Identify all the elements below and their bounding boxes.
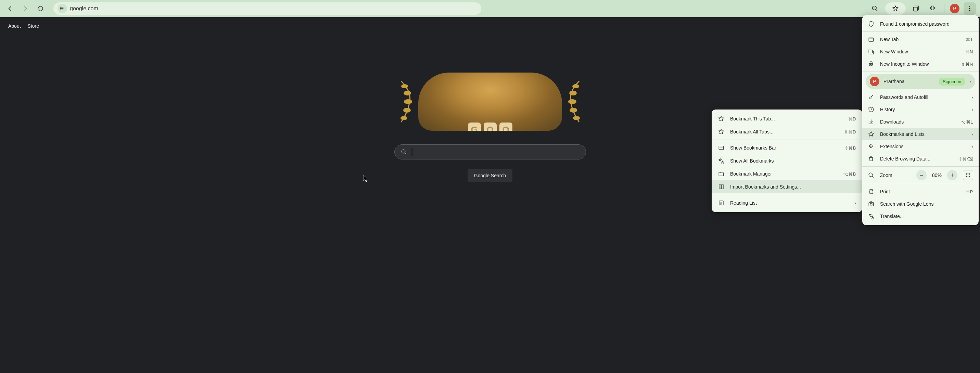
reload-button[interactable] — [34, 2, 46, 15]
tab-icon — [868, 36, 875, 43]
zoom-value: 80% — [930, 173, 944, 178]
new-incognito-item[interactable]: New Incognito Window ⇧⌘N — [862, 58, 978, 70]
translate-item[interactable]: Translate... — [862, 210, 978, 222]
svg-point-16 — [570, 108, 577, 113]
svg-rect-19 — [719, 146, 724, 150]
toolbar-right: P — [869, 2, 976, 15]
book-icon — [718, 183, 725, 190]
menu-divider — [862, 184, 978, 184]
download-icon — [868, 118, 875, 125]
svg-point-5 — [969, 6, 970, 7]
tabs-overview-icon[interactable] — [910, 2, 922, 15]
chevron-right-icon: › — [854, 200, 856, 206]
star-multi-icon — [718, 129, 725, 135]
svg-point-12 — [401, 116, 407, 120]
svg-point-7 — [969, 10, 970, 11]
bookmark-all-tabs-item[interactable]: Bookmark All Tabs... ⇧⌘D — [712, 125, 862, 138]
svg-rect-22 — [869, 50, 872, 53]
history-item[interactable]: History › — [862, 103, 978, 116]
svg-point-17 — [573, 116, 580, 120]
bookmark-this-tab-item[interactable]: Bookmark This Tab... ⌘D — [712, 112, 862, 125]
url-text: google.com — [70, 5, 98, 12]
svg-rect-21 — [869, 38, 873, 42]
profile-item[interactable]: P Prarthana Signed in › — [865, 74, 975, 89]
svg-point-27 — [870, 203, 872, 205]
doodle-letter: G — [468, 122, 481, 131]
page-top-links: About Store — [0, 17, 980, 35]
browser-toolbar: google.com P — [0, 0, 980, 17]
zoom-out-button[interactable]: − — [916, 170, 927, 180]
passwords-item[interactable]: Passwords and Autofill › — [862, 91, 978, 103]
bookmarks-lists-item[interactable]: Bookmarks and Lists › — [862, 128, 978, 140]
svg-point-8 — [401, 84, 408, 88]
zoom-icon — [868, 172, 875, 179]
zoom-out-icon[interactable] — [869, 2, 881, 15]
lens-icon — [868, 200, 875, 207]
search-input[interactable] — [417, 149, 579, 155]
chrome-menu: Found 1 compromised password New Tab ⌘T … — [862, 15, 978, 225]
search-box[interactable] — [395, 144, 586, 159]
svg-rect-25 — [869, 191, 873, 193]
svg-point-15 — [568, 99, 576, 104]
folder-icon — [718, 170, 725, 177]
reading-list-item[interactable]: Reading List › — [712, 197, 862, 210]
delete-data-item[interactable]: Delete Browsing Data... ⇧⌘⌫ — [862, 152, 978, 165]
bar-icon — [718, 144, 725, 151]
chevron-right-icon: › — [972, 107, 973, 112]
password-alert-item[interactable]: Found 1 compromised password — [862, 18, 978, 30]
new-tab-item[interactable]: New Tab ⌘T — [862, 33, 978, 46]
profile-avatar-icon: P — [870, 77, 879, 86]
submenu-divider — [712, 140, 862, 140]
laurel-icon — [398, 78, 418, 125]
translate-icon — [868, 213, 875, 220]
chevron-right-icon: › — [972, 144, 973, 149]
submenu-divider — [712, 195, 862, 195]
extensions-icon[interactable] — [926, 2, 939, 15]
stars-icon — [718, 157, 725, 164]
back-button[interactable] — [4, 2, 16, 15]
svg-point-9 — [404, 90, 411, 95]
menu-divider — [862, 71, 978, 72]
google-lens-item[interactable]: Search with Google Lens — [862, 198, 978, 210]
bookmark-manager-item[interactable]: Bookmark Manager ⌥⌘B — [712, 167, 862, 180]
show-bookmarks-bar-item[interactable]: Show Bookmarks Bar ⇧⌘B — [712, 141, 862, 154]
history-icon — [868, 106, 875, 113]
key-icon — [868, 94, 875, 101]
search-buttons: Google Search — [468, 169, 512, 182]
bookmark-star-button[interactable] — [885, 2, 906, 15]
store-link[interactable]: Store — [28, 23, 39, 29]
zoom-in-button[interactable]: + — [947, 170, 958, 180]
chrome-menu-button[interactable] — [964, 2, 976, 15]
trash-icon — [868, 156, 875, 162]
chevron-right-icon: › — [972, 132, 973, 137]
chevron-right-icon: › — [972, 94, 973, 100]
forward-button[interactable] — [19, 2, 32, 15]
list-icon — [718, 200, 725, 206]
puzzle-icon — [868, 143, 875, 150]
zoom-row: Zoom − 80% + — [862, 168, 978, 183]
address-bar[interactable]: google.com — [53, 2, 481, 15]
laurel-icon — [562, 78, 582, 125]
about-link[interactable]: About — [8, 23, 21, 29]
new-window-item[interactable]: New Window ⌘N — [862, 46, 978, 58]
star-icon — [718, 115, 725, 122]
print-item[interactable]: Print... ⌘P — [862, 186, 978, 198]
fullscreen-button[interactable] — [963, 170, 973, 180]
svg-point-14 — [569, 90, 577, 95]
svg-point-2 — [60, 10, 60, 10]
google-search-button[interactable]: Google Search — [468, 169, 512, 182]
search-cursor — [412, 148, 412, 156]
downloads-item[interactable]: Downloads ⌥⌘L — [862, 116, 978, 128]
doodle-letter: O — [484, 122, 497, 131]
site-info-icon[interactable] — [57, 4, 67, 13]
google-doodle[interactable]: G O O — [418, 73, 562, 131]
svg-point-24 — [869, 173, 872, 176]
show-all-bookmarks-item[interactable]: Show All Bookmarks — [712, 154, 862, 167]
profile-avatar[interactable]: P — [950, 4, 959, 13]
window-icon — [868, 48, 875, 55]
star-icon — [868, 131, 875, 138]
import-bookmarks-item[interactable]: Import Bookmarks and Settings... — [712, 180, 862, 193]
search-icon — [401, 149, 407, 155]
extensions-item[interactable]: Extensions › — [862, 140, 978, 152]
cursor-icon — [364, 175, 369, 182]
